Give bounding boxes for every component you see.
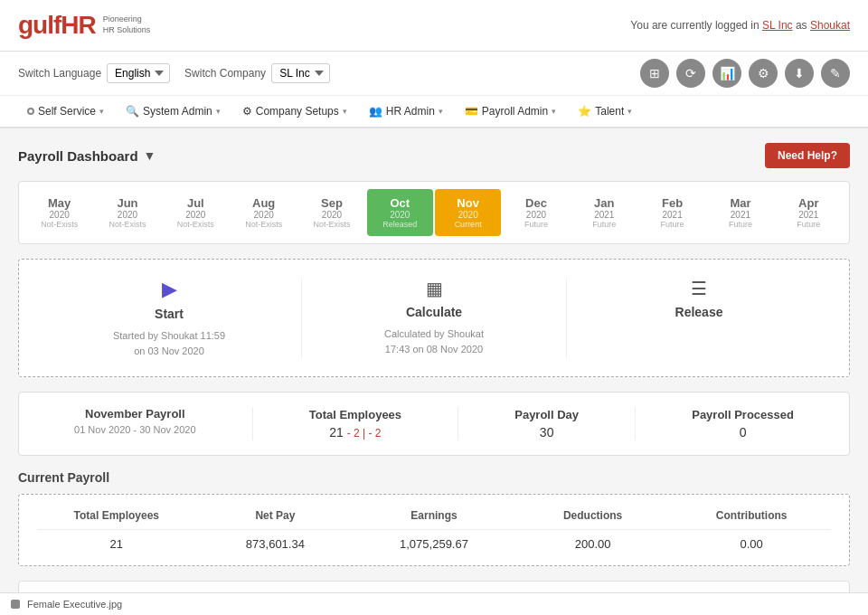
month-tabs: May 2020 Not-Exists Jun 2020 Not-Exists … <box>18 181 850 244</box>
step-start: ▶ Start Started by Shoukat 11:59 on 03 N… <box>46 278 292 358</box>
nav-system-admin-label: System Admin <box>143 105 212 118</box>
user-link[interactable]: Shoukat <box>810 19 850 32</box>
bottom-bar-icon <box>11 600 20 609</box>
start-label[interactable]: Start <box>46 307 292 321</box>
nav-payroll-admin[interactable]: 💳 Payroll Admin ▾ <box>456 96 565 127</box>
total-employees-label: Total Employees <box>309 408 401 421</box>
nav-talent-label: Talent <box>595 105 624 118</box>
download-icon[interactable]: ⬇ <box>785 59 814 88</box>
month-tab-feb-2021[interactable]: Feb 2021 Future <box>639 189 705 236</box>
month-tab-mar-2021[interactable]: Mar 2021 Future <box>707 189 773 236</box>
payroll-day-value: 30 <box>514 425 579 440</box>
bottom-bar-filename: Female Executive.jpg <box>27 599 122 610</box>
payroll-processed-label: Payroll Processed <box>692 408 794 421</box>
summary-card: November Payroll 01 Nov 2020 - 30 Nov 20… <box>18 392 850 456</box>
company-switcher: Switch Company SL Inc <box>184 63 330 83</box>
nav-talent[interactable]: ⭐ Talent ▾ <box>569 96 641 127</box>
toolbar-left: Switch Language English Arabic Switch Co… <box>18 63 330 83</box>
nav-company-setups[interactable]: ⚙ Company Setups ▾ <box>233 96 356 127</box>
start-detail: Started by Shoukat 11:59 on 03 Nov 2020 <box>46 328 292 358</box>
month-tab-may-2020[interactable]: May 2020 Not-Exists <box>26 189 92 236</box>
payroll-table-row: 21873,601.341,075,259.67200.000.00 <box>37 537 831 551</box>
payroll-col-header-2: Earnings <box>354 509 514 522</box>
dashboard-title-area: Payroll Dashboard ▼ <box>18 148 156 164</box>
switch-language-label: Switch Language <box>18 67 101 80</box>
company-select[interactable]: SL Inc <box>271 63 330 83</box>
nav-company-setups-arrow: ▾ <box>343 107 347 116</box>
payroll-label: November Payroll <box>74 407 196 421</box>
total-employees-value: 21 - 2 | - 2 <box>309 425 401 440</box>
month-tab-jul-2020[interactable]: Jul 2020 Not-Exists <box>163 189 229 236</box>
settings-icon[interactable]: ⚙ <box>749 59 778 88</box>
step-calculate: ▦ Calculate Calculated by Shoukat 17:43 … <box>311 278 557 356</box>
nav-system-admin[interactable]: 🔍 System Admin ▾ <box>117 96 230 127</box>
language-switcher: Switch Language English Arabic <box>18 63 170 83</box>
payroll-date: 01 Nov 2020 - 30 Nov 2020 <box>74 424 196 435</box>
system-admin-icon: 🔍 <box>126 105 139 118</box>
month-tab-oct-2020[interactable]: Oct 2020 Released <box>367 189 433 236</box>
switch-company-label: Switch Company <box>184 67 266 80</box>
month-tab-jan-2021[interactable]: Jan 2021 Future <box>571 189 637 236</box>
payroll-col-value-4: 0.00 <box>672 537 831 551</box>
calculate-icon: ▦ <box>311 278 557 299</box>
nav-payroll-admin-label: Payroll Admin <box>482 105 548 118</box>
payroll-col-header-0: Total Employees <box>37 509 196 522</box>
logo-area: gulfHR Pioneering HR Solutions <box>18 11 150 40</box>
nav-company-setups-label: Company Setups <box>256 105 339 118</box>
summary-payroll: November Payroll 01 Nov 2020 - 30 Nov 20… <box>74 407 196 440</box>
step-divider-2 <box>566 278 567 358</box>
month-tab-dec-2020[interactable]: Dec 2020 Future <box>503 189 569 236</box>
month-tab-apr-2021[interactable]: Apr 2021 Future <box>776 189 842 236</box>
month-tab-nov-2020[interactable]: Nov 2020 Current <box>435 189 501 236</box>
header-user-info: You are currently logged in SL Inc as Sh… <box>630 19 850 32</box>
main-content: Payroll Dashboard ▼ Need Help? May 2020 … <box>0 128 868 615</box>
nav-system-admin-arrow: ▾ <box>216 107 221 116</box>
payroll-day-label: Payroll Day <box>514 408 579 421</box>
payroll-col-value-2: 1,075,259.67 <box>354 537 514 551</box>
payroll-col-header-3: Deductions <box>514 509 673 522</box>
payroll-table-header: Total EmployeesNet PayEarningsDeductions… <box>37 509 831 530</box>
chart-icon[interactable]: 📊 <box>712 59 741 88</box>
calculate-label[interactable]: Calculate <box>311 305 557 319</box>
month-tab-aug-2020[interactable]: Aug 2020 Not-Exists <box>231 189 297 236</box>
month-tab-jun-2020[interactable]: Jun 2020 Not-Exists <box>94 189 160 236</box>
release-label[interactable]: Release <box>576 305 822 319</box>
company-setups-icon: ⚙ <box>242 105 252 118</box>
speed-icon[interactable]: ⟳ <box>676 59 705 88</box>
main-nav: Self Service ▾ 🔍 System Admin ▾ ⚙ Compan… <box>0 96 868 128</box>
nav-self-service[interactable]: Self Service ▾ <box>18 96 113 127</box>
logo-text: gulfHR <box>18 11 96 40</box>
company-link[interactable]: SL Inc <box>762 19 793 32</box>
grid-icon[interactable]: ⊞ <box>640 59 669 88</box>
filter-icon[interactable]: ▼ <box>144 148 156 163</box>
summary-payroll-processed: Payroll Processed 0 <box>692 408 794 440</box>
nav-payroll-admin-arrow: ▾ <box>552 107 556 116</box>
step-divider-1 <box>301 278 302 358</box>
current-payroll-title: Current Payroll <box>18 470 850 485</box>
edit-icon[interactable]: ✎ <box>821 59 850 88</box>
nav-self-service-arrow: ▾ <box>99 107 104 116</box>
nav-hr-admin[interactable]: 👥 HR Admin ▾ <box>360 96 452 127</box>
nav-hr-admin-arrow: ▾ <box>439 107 443 116</box>
steps-card: ▶ Start Started by Shoukat 11:59 on 03 N… <box>18 259 850 377</box>
summary-div-1 <box>252 407 253 440</box>
language-select[interactable]: English Arabic <box>107 63 170 83</box>
talent-icon: ⭐ <box>578 105 591 118</box>
need-help-button[interactable]: Need Help? <box>765 143 850 168</box>
nav-talent-arrow: ▾ <box>627 107 632 116</box>
start-icon: ▶ <box>46 278 292 301</box>
dashboard-header: Payroll Dashboard ▼ Need Help? <box>18 143 850 168</box>
payroll-col-header-1: Net Pay <box>196 509 355 522</box>
payroll-col-value-0: 21 <box>37 537 196 551</box>
header: gulfHR Pioneering HR Solutions You are c… <box>0 0 868 52</box>
calculate-detail: Calculated by Shoukat 17:43 on 08 Nov 20… <box>311 326 557 356</box>
payroll-processed-value: 0 <box>692 425 794 440</box>
nav-self-service-label: Self Service <box>38 105 96 118</box>
payroll-col-header-4: Contributions <box>672 509 831 522</box>
summary-div-2 <box>458 407 458 440</box>
logo-subtitle: Pioneering HR Solutions <box>103 14 151 35</box>
page-title: Payroll Dashboard <box>18 148 138 164</box>
summary-payroll-day: Payroll Day 30 <box>514 408 579 440</box>
summary-employees: Total Employees 21 - 2 | - 2 <box>309 408 401 440</box>
month-tab-sep-2020[interactable]: Sep 2020 Not-Exists <box>298 189 364 236</box>
